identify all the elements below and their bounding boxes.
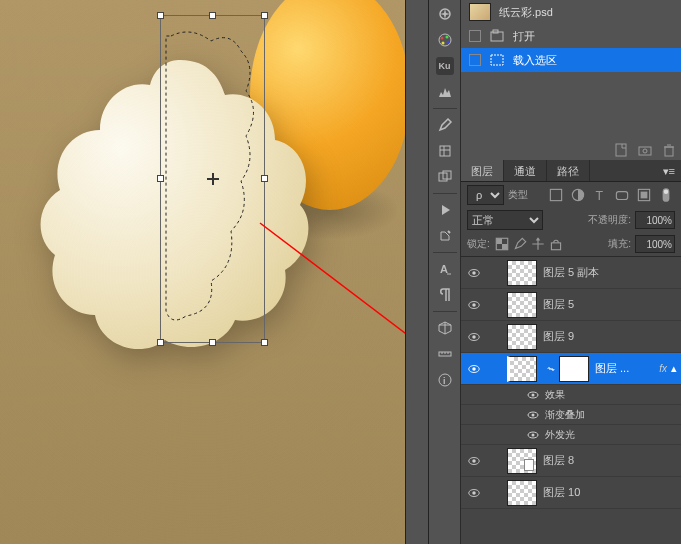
measurement-panel-icon[interactable] [431,342,459,366]
mask-link-icon[interactable] [546,364,556,374]
history-step[interactable]: 载入选区 [461,48,681,72]
color-panel-icon[interactable] [431,28,459,52]
blend-mode-select[interactable]: 正常 [467,210,543,230]
filter-type-icon[interactable]: T [591,186,609,204]
transform-center-icon[interactable] [207,173,219,185]
brush-presets-panel-icon[interactable] [431,139,459,163]
transform-handle[interactable] [209,339,216,346]
history-checkbox[interactable] [469,30,481,42]
layer-item[interactable]: 图层 ... fx ▴ [461,353,681,385]
effects-label: 效果 [545,388,565,402]
layer-kind-filter[interactable]: ρ [467,185,504,205]
history-step[interactable]: 打开 [461,24,681,48]
visibility-eye-icon[interactable] [467,454,481,468]
visibility-eye-icon[interactable] [467,486,481,500]
transform-handle[interactable] [261,12,268,19]
layer-effects-header[interactable]: 效果 [461,385,681,405]
layer-name[interactable]: 图层 9 [543,329,681,344]
layer-thumbnail [507,480,537,506]
visibility-eye-icon[interactable] [527,409,539,421]
filter-toggle-switch[interactable] [657,186,675,204]
svg-point-51 [472,367,476,371]
filter-adjustment-icon[interactable] [569,186,587,204]
layer-item[interactable]: 图层 5 副本 [461,257,681,289]
svg-point-57 [532,433,535,436]
layer-name[interactable]: 图层 5 副本 [543,265,681,280]
actions-panel-icon[interactable] [431,198,459,222]
clone-source-panel-icon[interactable] [431,165,459,189]
layer-name[interactable]: 图层 8 [543,453,681,468]
layer-effect-outer-glow[interactable]: 外发光 [461,425,681,445]
tool-presets-panel-icon[interactable] [431,224,459,248]
layer-item[interactable]: 图层 9 [461,321,681,353]
canvas-scrollbar[interactable] [405,0,429,544]
opacity-input[interactable] [635,211,675,229]
filter-shape-icon[interactable] [613,186,631,204]
visibility-eye-icon[interactable] [527,389,539,401]
transform-handle[interactable] [157,12,164,19]
panel-menu-icon[interactable]: ▾≡ [657,160,681,181]
fx-badge[interactable]: fx [659,363,667,374]
visibility-eye-icon[interactable] [467,298,481,312]
transform-handle[interactable] [209,12,216,19]
layers-panel: 图层 通道 路径 ▾≡ ρ 类型 T 正常 不透明度: 锁定: [461,160,681,544]
lock-pixels-icon[interactable] [512,236,528,252]
lock-label: 锁定: [467,237,490,251]
visibility-eye-icon[interactable] [467,330,481,344]
filter-smart-icon[interactable] [635,186,653,204]
transform-handle[interactable] [261,339,268,346]
layer-item[interactable]: 图层 10 [461,477,681,509]
transform-bounding-box[interactable] [160,15,265,343]
tab-paths[interactable]: 路径 [547,160,590,181]
svg-point-55 [532,413,535,416]
transform-handle[interactable] [157,175,164,182]
layer-name[interactable]: 图层 5 [543,297,681,312]
histogram-panel-icon[interactable] [431,80,459,104]
delete-icon[interactable] [661,142,677,158]
lock-position-icon[interactable] [530,236,546,252]
transform-handle[interactable] [261,175,268,182]
layer-effect-gradient-overlay[interactable]: 渐变叠加 [461,405,681,425]
svg-marker-42 [535,237,540,240]
filter-pixel-icon[interactable] [547,186,565,204]
svg-text:T: T [596,189,604,203]
layer-thumbnail [507,260,537,286]
paragraph-panel-icon[interactable] [431,283,459,307]
brush-panel-icon[interactable] [431,113,459,137]
svg-point-53 [532,393,535,396]
history-snapshot[interactable]: 纸云彩.psd [461,0,681,24]
info-panel-icon[interactable]: i [431,368,459,392]
3d-panel-icon[interactable] [431,316,459,340]
kuler-panel-icon[interactable]: Ku [431,54,459,78]
layer-name[interactable]: 图层 10 [543,485,681,500]
visibility-eye-icon[interactable] [527,429,539,441]
lock-transparency-icon[interactable] [494,236,510,252]
layer-item[interactable]: 图层 5 [461,289,681,321]
svg-rect-40 [496,238,502,244]
svg-rect-28 [665,147,673,156]
tab-layers[interactable]: 图层 [461,160,504,181]
svg-rect-41 [502,244,508,250]
character-panel-icon[interactable]: A [431,257,459,281]
svg-rect-36 [641,192,648,199]
svg-point-27 [643,149,647,153]
collapse-fx-icon[interactable]: ▴ [671,362,677,375]
tab-channels[interactable]: 通道 [504,160,547,181]
layers-list: 图层 5 副本 图层 5 图层 9 图层 ... fx ▴ [461,256,681,509]
canvas-area[interactable] [0,0,405,544]
svg-rect-26 [639,147,651,155]
history-doc-name: 纸云彩.psd [499,5,553,20]
visibility-eye-icon[interactable] [467,266,481,280]
layer-name[interactable]: 图层 ... [595,361,655,376]
transform-handle[interactable] [157,339,164,346]
new-snapshot-icon[interactable] [637,142,653,158]
svg-rect-8 [440,146,450,156]
visibility-eye-icon[interactable] [467,362,481,376]
history-checkbox[interactable] [469,54,481,66]
create-document-from-state-icon[interactable] [613,142,629,158]
lock-all-icon[interactable] [548,236,564,252]
navigator-panel-icon[interactable] [431,2,459,26]
fill-input[interactable] [635,235,675,253]
layer-item[interactable]: 图层 8 [461,445,681,477]
opacity-label: 不透明度: [588,213,631,227]
